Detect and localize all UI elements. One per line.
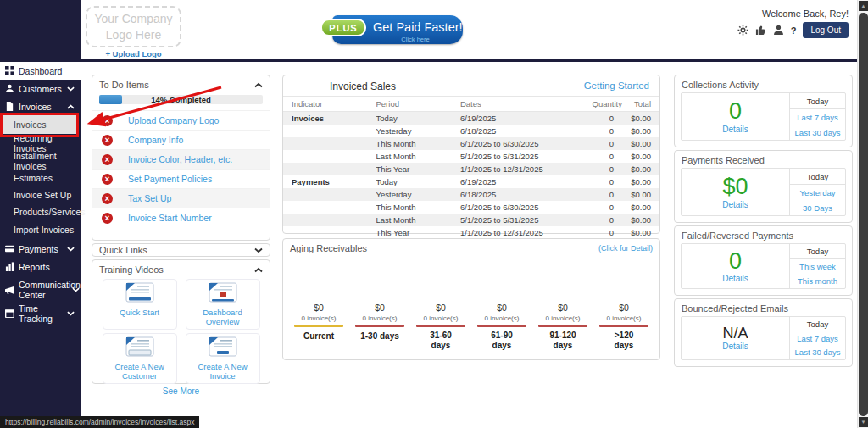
tab-last-7-days[interactable]: Last 7 days: [790, 109, 845, 125]
sidebar-item-customers[interactable]: Customers: [0, 80, 81, 97]
invoiced-sales-title: Invoiced Sales: [330, 81, 396, 92]
sidebar-item-communication-center[interactable]: Communication Center: [0, 278, 81, 302]
tab-this-week[interactable]: This week: [790, 259, 845, 274]
tab-today[interactable]: Today: [790, 93, 845, 109]
sidebar-item-invoices[interactable]: Invoices: [0, 97, 81, 115]
sidebar-item-time-tracking[interactable]: Time Tracking: [0, 304, 81, 322]
user-icon[interactable]: [773, 25, 784, 36]
cell-quantity: 0: [588, 188, 629, 201]
get-paid-faster-banner[interactable]: PLUS Get Paid Faster! Click here: [320, 14, 463, 46]
todo-item[interactable]: ×Tax Set Up: [92, 188, 270, 208]
aging-bucket-91-120[interactable]: $00 invoice(s)91-120 days: [532, 303, 593, 353]
stat-tabs: Today Last 7 days Last 30 days: [789, 93, 845, 140]
todo-item-link[interactable]: Company Info: [128, 135, 183, 145]
quick-links-panel: Quick Links: [92, 243, 270, 257]
click-for-detail-link[interactable]: (Click for Detail): [598, 244, 653, 253]
tab-last-30-days[interactable]: Last 30 days: [790, 125, 845, 140]
sidebar-item-reports[interactable]: Reports: [0, 258, 81, 275]
todo-item[interactable]: ×Invoice Start Number: [92, 208, 270, 227]
details-link[interactable]: Details: [722, 342, 748, 351]
cell-quantity: 0: [588, 226, 629, 239]
stat-tabs: Today Yesterday 30 Days: [789, 169, 845, 215]
todo-item[interactable]: ×Set Payment Policies: [92, 169, 270, 188]
cell-total: $0.00: [629, 125, 659, 137]
see-more-link[interactable]: See More: [92, 386, 270, 396]
column-header: Quantity: [588, 97, 629, 112]
tab-today[interactable]: Today: [790, 169, 845, 185]
tab-30-days[interactable]: 30 Days: [790, 200, 845, 215]
vertical-scrollbar[interactable]: ▲ ▼: [857, 0, 868, 428]
details-link[interactable]: Details: [722, 200, 748, 209]
tab-this-month[interactable]: This month: [790, 274, 845, 288]
video-card-dashboard-overview[interactable]: Dashboard Overview: [186, 279, 260, 330]
video-card-create-invoice[interactable]: Create A New Invoice: [186, 333, 260, 384]
logout-button[interactable]: Log Out: [803, 22, 849, 38]
chevron-up-icon: [67, 104, 75, 109]
submenu-item-invoices[interactable]: Invoices: [2, 115, 79, 134]
help-icon[interactable]: ?: [791, 25, 797, 36]
todo-item[interactable]: ×Upload Company Logo: [92, 110, 270, 130]
bucket-count: 0 invoice(s): [349, 314, 410, 322]
video-thumbnail-icon: [209, 282, 237, 304]
scrollbar-up-arrow[interactable]: ▲: [859, 1, 868, 11]
video-thumbnail-icon: [209, 336, 237, 359]
column-header: Total: [629, 97, 659, 112]
expand-chevron-down-icon[interactable]: [254, 247, 263, 253]
aging-bucket-1-30[interactable]: $00 invoice(s)1-30 days: [349, 303, 410, 353]
todo-item-link[interactable]: Invoice Start Number: [128, 213, 212, 223]
video-card-create-customer[interactable]: Create A New Customer: [103, 333, 177, 384]
details-link[interactable]: Details: [722, 125, 748, 134]
quick-links-header[interactable]: Quick Links: [92, 244, 270, 256]
video-label[interactable]: Create A New Invoice: [188, 362, 258, 381]
submenu-item-estimates[interactable]: Estimates: [0, 170, 81, 186]
submenu-item-installment-invoices[interactable]: Installment Invoices: [0, 152, 81, 170]
todo-item-link[interactable]: Tax Set Up: [128, 193, 171, 203]
bar-chart-icon: [5, 262, 14, 271]
tab-last-7-days[interactable]: Last 7 days: [790, 331, 845, 345]
quick-links-title: Quick Links: [99, 245, 147, 255]
submenu-item-products-services[interactable]: Products/Services: [0, 203, 81, 220]
tab-yesterday[interactable]: Yesterday: [790, 185, 845, 200]
todo-item[interactable]: ×Invoice Color, Header, etc.: [92, 149, 270, 169]
scrollbar-thumb[interactable]: [859, 13, 868, 416]
collapse-chevron-up-icon[interactable]: [254, 267, 263, 273]
aging-bucket-over-120[interactable]: $00 invoice(s)>120 days: [593, 303, 654, 353]
video-label[interactable]: Create A New Customer: [105, 362, 175, 381]
todo-item-link[interactable]: Set Payment Policies: [128, 174, 212, 184]
submenu-item-invoice-set-up[interactable]: Invoice Set Up: [0, 186, 81, 203]
todo-item-link[interactable]: Invoice Color, Header, etc.: [128, 154, 232, 164]
tab-today[interactable]: Today: [790, 317, 845, 331]
video-label[interactable]: Quick Start: [105, 308, 175, 317]
bucket-amount: $0: [593, 303, 654, 313]
tab-today[interactable]: Today: [790, 244, 845, 259]
aging-receivables-panel: Aging Receivables (Click for Detail) $00…: [282, 238, 660, 360]
banner-click-here[interactable]: Click here: [373, 36, 458, 43]
tab-last-30-days[interactable]: Last 30 days: [790, 346, 845, 359]
invoiced-sales-table: Indicator Period Dates Quantity Total In…: [283, 96, 659, 239]
submenu-item-import-invoices[interactable]: Import Invoices: [0, 220, 81, 238]
todo-item[interactable]: ×Company Info: [92, 130, 270, 149]
getting-started-link[interactable]: Getting Started: [584, 81, 649, 91]
training-videos-title: Training Videos: [99, 264, 164, 275]
aging-bucket-61-90[interactable]: $00 invoice(s)61-90 days: [471, 303, 532, 353]
bucket-bar: [599, 325, 648, 327]
aging-bucket-current[interactable]: $00 invoice(s)Current: [288, 303, 349, 353]
aging-buckets: $00 invoice(s)Current $00 invoice(s)1-30…: [288, 303, 654, 353]
aging-bucket-31-60[interactable]: $00 invoice(s)31-60 days: [410, 303, 471, 353]
bucket-amount: $0: [532, 303, 593, 313]
scrollbar-down-arrow[interactable]: ▼: [859, 417, 868, 427]
sidebar-item-payments[interactable]: Payments: [0, 240, 81, 258]
sidebar-item-dashboard[interactable]: Dashboard: [0, 62, 81, 80]
collapse-chevron-up-icon[interactable]: [254, 82, 263, 88]
video-card-quick-start[interactable]: Quick Start: [103, 279, 177, 330]
red-x-icon: ×: [102, 213, 113, 224]
thumbs-up-icon[interactable]: [755, 25, 766, 36]
upload-logo-link[interactable]: + Upload Logo: [86, 49, 181, 58]
aging-title: Aging Receivables: [290, 243, 367, 253]
video-label[interactable]: Dashboard Overview: [188, 308, 258, 327]
stat-body: 0 Details Today This week This month: [681, 243, 846, 289]
todo-item-link[interactable]: Upload Company Logo: [128, 115, 219, 125]
details-link[interactable]: Details: [722, 274, 748, 283]
submenu-item-recurring-invoices[interactable]: Recurring Invoices: [0, 134, 81, 152]
gear-icon[interactable]: [737, 25, 748, 36]
